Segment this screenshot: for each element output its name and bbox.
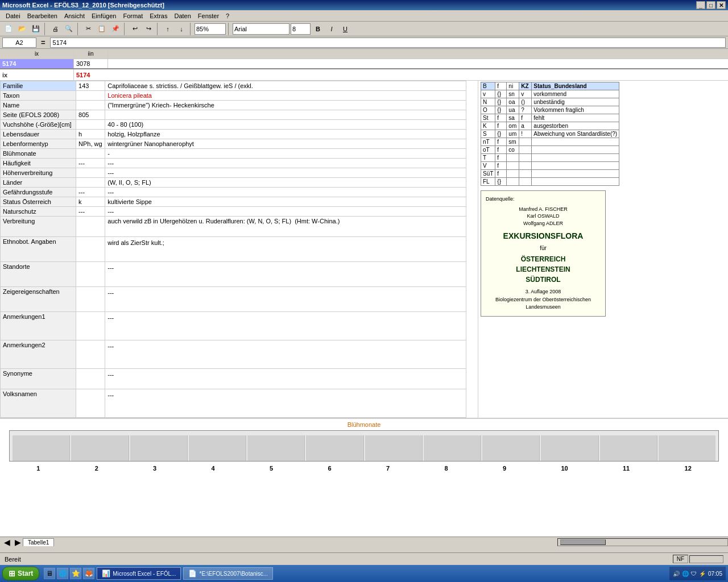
info-st-status: fehlt: [532, 114, 619, 122]
hohenverbreitung-label: Höhenverbreitung: [1, 168, 76, 178]
minimize-btn[interactable]: _: [696, 1, 705, 9]
formula-input[interactable]: [50, 38, 726, 48]
anmerkungen1-num: [76, 312, 105, 340]
italic-btn[interactable]: I: [325, 23, 338, 35]
horizontal-scrollbar[interactable]: [557, 538, 728, 546]
toolbar: 📄 📂 💾 🖨 🔍 ✂ 📋 📌 ↩ ↪ ↑ ↓ B I U: [0, 22, 728, 36]
print-preview-btn[interactable]: 🔍: [63, 23, 75, 35]
sep1: [44, 23, 47, 35]
info-col2-h: f: [495, 82, 507, 90]
titlebar-controls[interactable]: _ □ ✕: [696, 1, 726, 9]
menu-fenster[interactable]: Fenster: [195, 11, 222, 20]
menu-format[interactable]: Format: [119, 11, 146, 20]
vuchshoehe-num: [76, 120, 105, 130]
info-sut-status: [532, 170, 619, 178]
redo-btn[interactable]: ↪: [142, 23, 155, 35]
sort-asc-btn[interactable]: ↑: [162, 23, 174, 35]
bold-btn[interactable]: B: [312, 23, 324, 35]
volksnamen-label: Volksnamen: [1, 389, 76, 418]
taskbar-botanik-item[interactable]: 📄 *E:\EFOLS2007\Botanisc...: [183, 567, 273, 580]
info-n-v: N: [481, 98, 495, 106]
menu-einfuegen[interactable]: Einfügen: [88, 11, 119, 20]
haufigkeit-val: ---: [105, 159, 466, 168]
tray-icon-3: 🛡: [691, 571, 697, 577]
menu-extras[interactable]: Extras: [146, 11, 171, 20]
menubar: Datei Bearbeiten Ansicht Einfügen Format…: [0, 10, 728, 22]
menu-datei[interactable]: Datei: [2, 11, 24, 20]
standorte-val: ---: [105, 262, 466, 287]
info-k-f: f: [495, 122, 507, 130]
menu-ansicht[interactable]: Ansicht: [61, 11, 88, 20]
quick-icon-2[interactable]: 🌐: [57, 568, 68, 579]
new-btn[interactable]: 📄: [2, 23, 15, 35]
open-btn[interactable]: 📂: [16, 23, 28, 35]
info-st-f: f: [495, 114, 507, 122]
quick-icon-1[interactable]: 🖥: [44, 568, 55, 579]
save-btn[interactable]: 💾: [30, 23, 42, 35]
undo-btn[interactable]: ↩: [129, 23, 141, 35]
quick-icon-3[interactable]: ⭐: [70, 568, 81, 579]
bluhmonate-chart-label: Blühmonate: [5, 421, 723, 428]
sort-desc-btn[interactable]: ↓: [175, 23, 188, 35]
anmerkungen2-num: [76, 340, 105, 369]
anmerkungen1-val: ---: [105, 312, 466, 340]
paste-btn[interactable]: 📌: [109, 23, 122, 35]
sep6: [228, 23, 230, 35]
month-8: 8: [444, 465, 448, 472]
info-ot-f: f: [495, 146, 507, 154]
info-table: B f ni KZ Status_Bundesland v {} sn v vo…: [481, 82, 619, 186]
info-s-v: S: [481, 130, 495, 138]
menu-help[interactable]: ?: [222, 11, 233, 20]
sheet-tab-1[interactable]: Tabelle1: [23, 538, 54, 546]
maximize-btn[interactable]: □: [706, 1, 715, 9]
copy-btn[interactable]: 📋: [96, 23, 108, 35]
synonyme-label: Synonyme: [1, 369, 76, 389]
quick-icon-4[interactable]: 🦊: [83, 568, 94, 579]
info-v-kz: [519, 162, 532, 170]
info-kz-h: KZ: [519, 82, 532, 90]
underline-btn[interactable]: U: [339, 23, 351, 35]
info-nt-f: f: [495, 138, 507, 146]
zeigereigenschaften-val: ---: [105, 287, 466, 312]
col-ix-header: ix: [0, 49, 74, 59]
taskbar-excel-item[interactable]: 📊 Microsoft Excel - EFÓL...: [97, 567, 181, 580]
title-text: Microsoft Excel - EFÖLS3_12_2010 [Schrei…: [2, 2, 164, 9]
ethnobot-label: Ethnobot. Angaben: [1, 237, 76, 262]
font-input[interactable]: [233, 23, 289, 35]
start-label: Start: [18, 569, 33, 577]
info-ot-kz: [519, 146, 532, 154]
cut-btn[interactable]: ✂: [82, 23, 94, 35]
fontsize-input[interactable]: [291, 23, 311, 35]
col-iin-header: iin: [74, 49, 108, 59]
publisher: Biologiezentrum der Oberösterreichischen…: [486, 296, 601, 311]
taskbar-excel-label: Microsoft Excel - EFÓL...: [113, 571, 176, 577]
cell-reference-input[interactable]: [2, 38, 36, 48]
lebenformentyp-label: Lebenformentyp: [1, 139, 76, 149]
info-o-ni: ua: [507, 106, 519, 114]
status-scrollbar-right: [689, 555, 723, 563]
zeigereigenschaften-num: [76, 287, 105, 312]
info-ot-v: oT: [481, 146, 495, 154]
h-scrollbar-thumb[interactable]: [560, 539, 606, 545]
spreadsheet-container: ix iin 5174 3078 ix 5174 Familie 143 Cap…: [0, 49, 728, 538]
info-n-kz: (): [519, 98, 532, 106]
month-7: 7: [386, 465, 390, 472]
formulabar: =: [0, 36, 728, 49]
edition: 3. Auflage 2008: [486, 288, 601, 296]
menu-daten[interactable]: Daten: [171, 11, 194, 20]
fur-label: für: [486, 244, 601, 252]
start-button[interactable]: ⊞ Start: [2, 567, 39, 580]
tab-scroll-left[interactable]: ◀: [2, 538, 12, 547]
menu-bearbeiten[interactable]: Bearbeiten: [24, 11, 61, 20]
zoom-input[interactable]: [195, 23, 226, 35]
info-b-v: v: [481, 90, 495, 98]
info-k-v: K: [481, 122, 495, 130]
close-btn[interactable]: ✕: [717, 1, 726, 9]
lebenformentyp-num: NPh, wg: [76, 139, 105, 149]
month-11: 11: [623, 465, 630, 472]
tab-scroll-right[interactable]: ▶: [13, 538, 23, 547]
lebensdauer-val: holzig, Holzpflanze: [105, 130, 466, 139]
print-btn[interactable]: 🖨: [49, 23, 61, 35]
info-b-kz: v: [519, 90, 532, 98]
info-t-v: T: [481, 154, 495, 162]
